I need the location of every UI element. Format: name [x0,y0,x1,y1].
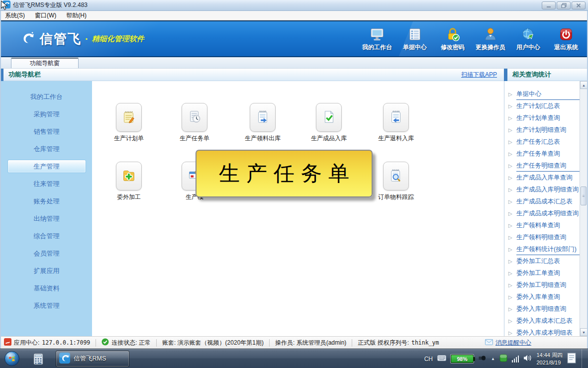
title-bar: 信管飞RMS专业版 V9.2.483 [0,0,588,11]
status-license: 正式版 授权序列号: think_ym [358,339,439,347]
query-link[interactable]: ▷ 委外入库明细查询 [504,303,587,315]
triangle-bullet-icon: ▷ [508,223,516,228]
minimize-button[interactable] [542,1,556,9]
window-left-border [0,11,1,349]
scroll-down-button[interactable]: ▼ [580,328,588,336]
app-icon-production-plan[interactable]: 生产计划单 [99,103,159,143]
nav-sidebar: 我的工作台 采购管理 销售管理 仓库管理 生产管理 往来管理 账务处理 [1,81,92,336]
app-window: 信管飞RMS专业版 V9.2.483 系统(S) 窗口(W) 帮助(H) 信管飞… [0,0,588,368]
window-title: 信管飞RMS专业版 V9.2.483 [13,1,88,9]
toolbar-user-center[interactable]: 用户中心 [509,26,547,52]
toolbar-switch-operator[interactable]: 更换操作员 [472,26,509,52]
sidebar-nav-item[interactable]: 基础资料 [7,281,86,295]
query-link[interactable]: ▷ 生产成品入库单查询 [504,172,587,184]
close-button[interactable] [572,1,586,9]
query-link[interactable]: ▷ 委外入库成本汇总表 [504,315,587,327]
green-tray-icon[interactable] [499,354,507,364]
app-icon-material-outbound[interactable]: 生产领料出库 [233,103,293,143]
query-link[interactable]: ▷ 生产计划单查询 [504,112,587,124]
triangle-bullet-icon: ▷ [508,211,516,216]
keyboard-tray-icon[interactable] [437,355,446,363]
sidebar-nav-item[interactable]: 仓库管理 [7,142,86,156]
triangle-bullet-icon: ▷ [508,187,516,192]
query-link[interactable]: ▷ 生产计划汇总表 [504,100,587,112]
status-account: 账套: 演示账套（视频）(2020年第1期) [162,339,264,347]
toolbar-my-workbench[interactable]: 我的工作台 [358,26,396,52]
show-desktop-button[interactable] [582,349,585,368]
accent-bar [504,69,507,81]
brand-separator: · [85,33,89,45]
sidebar-nav-item[interactable]: 会员管理 [7,247,86,260]
tray-clock[interactable]: 14:44 周四 2021/8/19 [536,352,563,367]
calculator-taskbar-icon[interactable] [31,352,46,367]
app-icon-production-task[interactable]: 生产任务单 [165,103,224,143]
query-link[interactable]: ▷ 生产任务汇总表 [504,136,587,148]
menu-bar: 系统(S) 窗口(W) 帮助(H) [0,11,588,20]
menu-system[interactable]: 系统(S) [5,11,25,20]
sidebar-nav-item[interactable]: 综合管理 [7,229,86,243]
taskbar-app-button[interactable]: 信管飞RMS [56,351,129,367]
scroll-thumb[interactable]: ≡ [581,186,587,205]
query-scrollbar[interactable]: ▲ ≡ ▼ [580,81,587,336]
query-link[interactable]: ▷ 委外入库成本明细表 [504,327,587,336]
download-app-link[interactable]: 扫描下载APP [461,71,497,79]
triangle-bullet-icon: ▷ [508,294,516,300]
triangle-bullet-icon: ▷ [508,330,516,336]
toolbar-document-center[interactable]: 单据中心 [396,26,434,52]
toolbar-change-password[interactable]: 修改密码 [434,26,472,52]
query-link[interactable]: ▷ 生产领料统计(按部门) [504,243,587,255]
menu-help[interactable]: 帮助(H) [66,11,87,20]
triangle-bullet-icon: ▷ [508,259,516,264]
brand-logo-icon [19,30,36,48]
restore-button[interactable] [557,1,571,9]
app-icon-return-inbound[interactable]: 生产退料入库 [366,103,426,143]
query-link[interactable]: ▷ 委外加工汇总表 [504,255,587,267]
brand-name: 信管飞 [40,30,82,48]
battery-indicator[interactable]: 98% [451,355,474,363]
query-link[interactable]: ▷ 单据中心 [504,88,587,100]
main-icon-area: 生产计划单 生产任务单 生产领料出库 生产成品入库 生产退料入库 [92,81,504,336]
query-link[interactable]: ▷ 生产成品成本汇总表 [504,195,587,207]
scroll-up-button[interactable]: ▲ [580,81,588,89]
app-icon-finished-inbound[interactable]: 生产成品入库 [299,103,359,143]
triangle-bullet-icon: ▷ [508,199,516,204]
power-plug-icon[interactable] [478,354,487,364]
status-bar: 应用中心: 127.0.0.1:7099 连接状态: 正常 账套: 演示账套（视… [0,336,588,349]
sidebar-nav-item[interactable]: 账务处理 [7,194,86,208]
speaker-icon[interactable] [523,355,532,363]
query-link[interactable]: ▷ 委外加工明细查询 [504,279,587,291]
language-indicator[interactable]: CH [424,356,433,363]
folder-plus-icon [120,167,137,185]
query-link[interactable]: ▷ 生产任务明细查询 [504,160,587,172]
query-link[interactable]: ▷ 委外入库单查询 [504,291,587,303]
app-icon-outsourcing[interactable]: 委外加工 [99,162,159,201]
query-link[interactable]: ▷ 生产领料明细查询 [504,231,587,243]
sidebar-nav-item[interactable]: 往来管理 [7,177,86,190]
sidebar-nav-item[interactable]: 生产管理 [7,160,86,173]
app-icon-order-material-trace[interactable]: 订单物料跟踪 [366,162,426,201]
network-signal-icon[interactable] [512,356,519,363]
query-link[interactable]: ▷ 生产成品成本明细查询 [504,207,587,219]
menu-window[interactable]: 窗口(W) [35,11,56,20]
hover-tooltip: 生产任务单 [196,150,373,197]
sidebar-nav-item[interactable]: 销售管理 [7,125,86,138]
query-link[interactable]: ▷ 生产任务单查询 [504,148,587,160]
tab-function-navigator[interactable]: 功能导航窗 [11,58,79,68]
task-doc-clock-icon [186,108,203,127]
query-link[interactable]: ▷ 委外加工单查询 [504,267,587,279]
hidden-icons-chevron[interactable]: ▲ [491,357,495,361]
change-password-lock-icon [445,26,460,42]
sidebar-nav-item[interactable]: 采购管理 [7,107,86,121]
tray-document-icon[interactable] [567,353,576,365]
sidebar-nav-item[interactable]: 出纳管理 [7,212,86,225]
sidebar-nav-item[interactable]: 扩展应用 [7,264,86,277]
query-link[interactable]: ▷ 生产领料单查询 [504,219,587,231]
query-link[interactable]: ▷ 生产计划明细查询 [504,124,587,136]
query-link[interactable]: ▷ 生产成品入库明细查询 [504,184,587,195]
toolbar-exit-system[interactable]: 退出系统 [547,26,585,52]
sidebar-nav-item[interactable]: 系统管理 [7,299,86,312]
sidebar-nav-item[interactable]: 我的工作台 [7,90,86,103]
status-operator: 操作员: 系统管理员(admin) [275,339,346,347]
start-button[interactable] [4,351,20,367]
message-center-link[interactable]: 消息提醒中心 [485,339,531,347]
